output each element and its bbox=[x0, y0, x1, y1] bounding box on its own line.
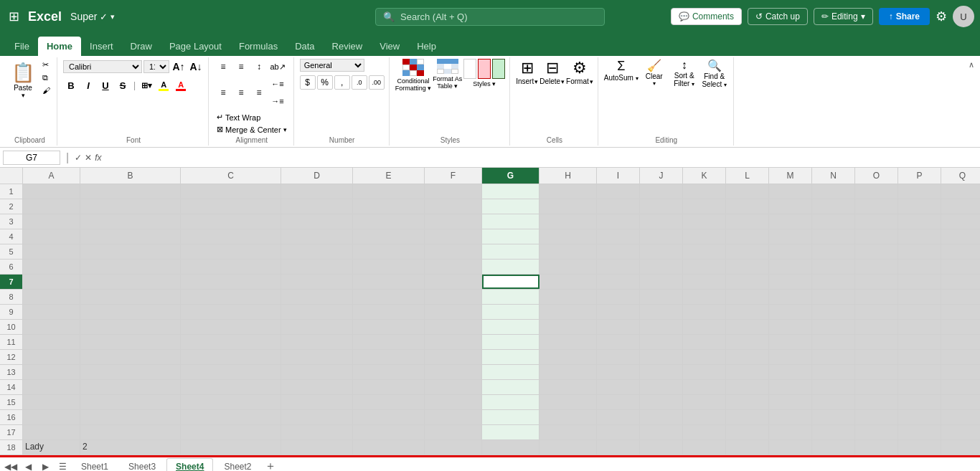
grid-cell[interactable] bbox=[281, 184, 353, 199]
grid-cell[interactable] bbox=[80, 350, 181, 364]
tab-file[interactable]: File bbox=[6, 37, 38, 56]
grid-cell[interactable] bbox=[80, 199, 181, 214]
share-button[interactable]: ↑ Share bbox=[879, 8, 930, 25]
grid-cell[interactable] bbox=[812, 244, 855, 259]
add-sheet-button[interactable]: ＋ bbox=[263, 459, 278, 472]
sheet-tab-sheet2[interactable]: Sheet2 bbox=[215, 458, 260, 472]
grid-cell[interactable] bbox=[726, 290, 769, 304]
grid-cell[interactable] bbox=[425, 214, 482, 229]
grid-cell[interactable] bbox=[941, 275, 980, 289]
row-number[interactable]: 9 bbox=[0, 305, 23, 319]
tab-draw[interactable]: Draw bbox=[122, 37, 161, 56]
grid-cell[interactable] bbox=[80, 395, 181, 409]
row-number[interactable]: 17 bbox=[0, 425, 23, 439]
grid-cell[interactable] bbox=[482, 395, 540, 409]
col-header-o[interactable]: O bbox=[855, 168, 898, 184]
grid-cell[interactable] bbox=[482, 410, 540, 424]
grid-cell[interactable] bbox=[812, 350, 855, 364]
grid-cell[interactable] bbox=[640, 335, 683, 349]
grid-cell[interactable] bbox=[80, 335, 181, 349]
catchup-button[interactable]: ↺ Catch up bbox=[748, 8, 808, 25]
indent-decrease-button[interactable]: ←≡ bbox=[269, 76, 286, 92]
grid-cell[interactable] bbox=[683, 214, 726, 229]
tab-help[interactable]: Help bbox=[408, 37, 445, 56]
grid-cell[interactable] bbox=[769, 244, 812, 259]
grid-cell[interactable] bbox=[540, 275, 597, 289]
grid-cell[interactable] bbox=[683, 305, 726, 319]
align-top-left[interactable]: ≡ bbox=[215, 59, 232, 75]
grid-cell[interactable] bbox=[482, 380, 540, 394]
row-number[interactable]: 13 bbox=[0, 365, 23, 379]
grid-cell[interactable] bbox=[540, 214, 597, 229]
underline-button[interactable]: U bbox=[98, 77, 113, 93]
align-middle-left[interactable]: ≡ bbox=[215, 85, 232, 100]
grid-cell[interactable] bbox=[482, 290, 540, 304]
grid-cell[interactable] bbox=[683, 320, 726, 334]
grid-cell[interactable] bbox=[683, 184, 726, 199]
grid-cell[interactable] bbox=[540, 410, 597, 424]
grid-cell[interactable] bbox=[898, 365, 941, 379]
grid-cell[interactable] bbox=[683, 199, 726, 214]
grid-cell[interactable] bbox=[540, 365, 597, 379]
col-header-l[interactable]: L bbox=[726, 168, 769, 184]
grid-cell[interactable] bbox=[23, 365, 80, 379]
grid-cell[interactable] bbox=[281, 410, 353, 424]
grid-cell[interactable] bbox=[181, 229, 281, 244]
percent-button[interactable]: % bbox=[317, 75, 333, 90]
grid-cell[interactable] bbox=[683, 275, 726, 289]
grid-cell[interactable] bbox=[941, 335, 980, 349]
row-number[interactable]: 11 bbox=[0, 335, 23, 349]
grid-cell[interactable] bbox=[540, 229, 597, 244]
grid-cell[interactable] bbox=[353, 184, 425, 199]
grid-cell[interactable] bbox=[726, 199, 769, 214]
grid-cell[interactable] bbox=[941, 184, 980, 199]
grid-cell[interactable] bbox=[855, 275, 898, 289]
bold-button[interactable]: B bbox=[63, 77, 79, 93]
grid-cell[interactable] bbox=[683, 395, 726, 409]
grid-cell[interactable] bbox=[898, 440, 941, 455]
grid-cell[interactable] bbox=[540, 290, 597, 304]
grid-cell[interactable] bbox=[812, 335, 855, 349]
increase-decimal-button[interactable]: .0 bbox=[352, 75, 367, 90]
grid-cell[interactable] bbox=[23, 425, 80, 439]
grid-cell[interactable] bbox=[769, 229, 812, 244]
grid-cell[interactable] bbox=[597, 229, 640, 244]
grid-cell[interactable] bbox=[769, 410, 812, 424]
grid-cell[interactable] bbox=[898, 350, 941, 364]
sort-filter-button[interactable]: ↕ Sort &Filter ▾ bbox=[670, 59, 699, 87]
delete-button[interactable]: ⊟ Delete ▾ bbox=[540, 59, 565, 85]
grid-cell[interactable] bbox=[482, 365, 540, 379]
grid-cell[interactable] bbox=[812, 275, 855, 289]
grid-cell[interactable] bbox=[181, 425, 281, 439]
grid-cell[interactable] bbox=[281, 335, 353, 349]
grid-cell[interactable] bbox=[181, 260, 281, 274]
grid-cell[interactable] bbox=[540, 320, 597, 334]
align-middle-center[interactable]: ≡ bbox=[232, 85, 250, 100]
grid-cell[interactable] bbox=[181, 350, 281, 364]
grid-cell[interactable] bbox=[482, 199, 540, 214]
grid-cell[interactable] bbox=[812, 320, 855, 334]
row-number[interactable]: 3 bbox=[0, 214, 23, 229]
grid-cell[interactable] bbox=[769, 380, 812, 394]
font-color-button[interactable]: A bbox=[173, 77, 189, 93]
grid-cell[interactable] bbox=[23, 395, 80, 409]
grid-cell[interactable] bbox=[482, 305, 540, 319]
grid-cell[interactable] bbox=[683, 380, 726, 394]
grid-cell[interactable] bbox=[80, 365, 181, 379]
tab-home[interactable]: Home bbox=[38, 37, 81, 56]
grid-cell[interactable] bbox=[812, 290, 855, 304]
grid-cell[interactable] bbox=[855, 395, 898, 409]
tab-data[interactable]: Data bbox=[286, 37, 323, 56]
grid-cell[interactable] bbox=[597, 350, 640, 364]
clear-button[interactable]: 🧹 Clear ▾ bbox=[640, 59, 669, 87]
grid-cell[interactable] bbox=[726, 410, 769, 424]
grid-cell[interactable] bbox=[941, 410, 980, 424]
cell-reference-box[interactable]: G7 bbox=[3, 151, 60, 165]
grid-cell[interactable] bbox=[726, 395, 769, 409]
sheet-tab-sheet3[interactable]: Sheet3 bbox=[119, 458, 165, 472]
sheet-nav-next[interactable]: ▶ bbox=[37, 459, 53, 472]
grid-cell[interactable] bbox=[482, 425, 540, 439]
grid-cell[interactable] bbox=[769, 184, 812, 199]
grid-cell[interactable] bbox=[769, 395, 812, 409]
col-header-g[interactable]: G bbox=[482, 168, 540, 184]
